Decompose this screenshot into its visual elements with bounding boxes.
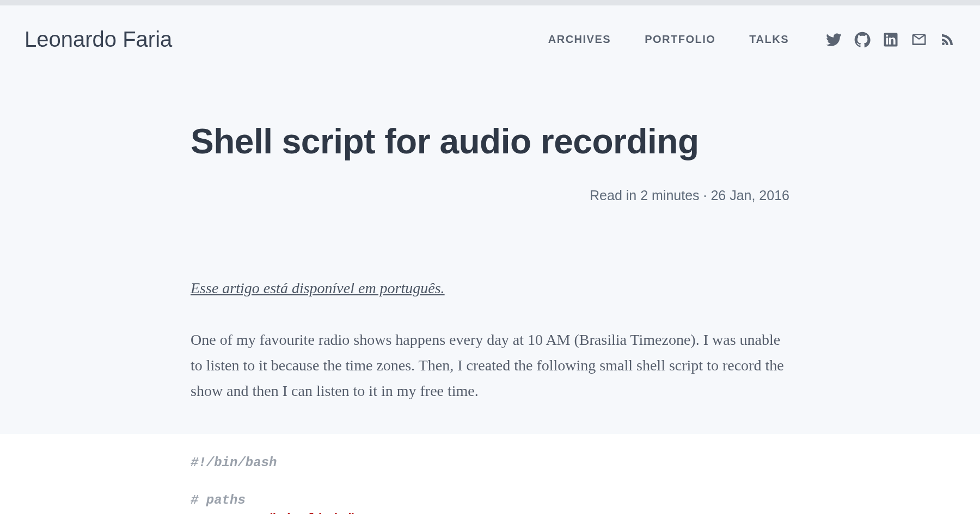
social-icons [826,32,955,48]
rss-icon[interactable] [939,32,955,48]
article: Shell script for audio recording Read in… [191,57,789,514]
github-icon[interactable] [854,32,871,48]
code-eq: = [261,512,269,514]
nav-talks[interactable]: TALKS [749,33,789,46]
code-val-timelimit: "timelimit" [269,512,355,514]
nav-links: ARCHIVES PORTFOLIO TALKS [548,33,789,46]
post-body: One of my favourite radio shows happens … [191,327,789,404]
code-shebang: #!/bin/bash [191,455,277,470]
portuguese-link[interactable]: Esse artigo está disponível em português… [191,280,445,297]
twitter-icon[interactable] [826,32,842,48]
code-var-timelimit: TIMELIMIT [191,512,261,514]
meta-readtime: Read in 2 minutes [590,188,700,203]
meta-date: 26 Jan, 2016 [710,188,789,203]
nav-portfolio[interactable]: PORTFOLIO [645,33,715,46]
post-meta: Read in 2 minutes · 26 Jan, 2016 [191,188,789,203]
primary-nav: ARCHIVES PORTFOLIO TALKS [548,32,955,48]
email-icon[interactable] [911,32,927,48]
site-title[interactable]: Leonardo Faria [24,27,172,52]
code-block: #!/bin/bash # paths TIMELIMIT="timelimit… [0,434,980,514]
post-title: Shell script for audio recording [191,122,789,160]
code-comment-paths: # paths [191,493,246,507]
meta-sep: · [700,188,711,203]
page-topbar [0,0,980,5]
nav-archives[interactable]: ARCHIVES [548,33,611,46]
site-header: Leonardo Faria ARCHIVES PORTFOLIO TALKS [0,5,980,57]
linkedin-icon[interactable] [883,32,899,48]
